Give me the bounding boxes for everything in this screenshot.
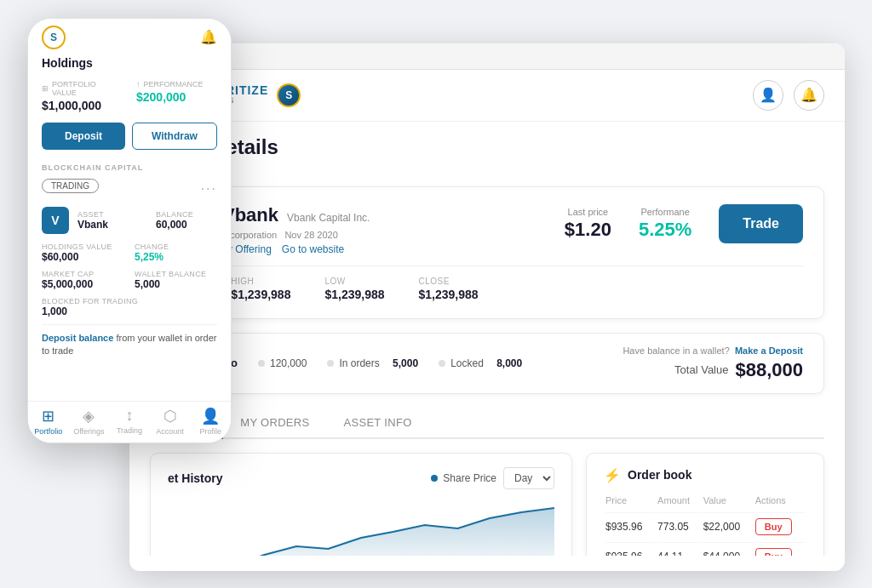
chart-controls: Share Price Day <box>431 467 554 489</box>
divider <box>42 324 217 325</box>
wallet-value: 5,000 <box>135 278 217 290</box>
deposit-hint-prefix: Deposit balance <box>42 333 113 343</box>
marketcap-label: MARKET CAP <box>42 270 124 278</box>
wallet-link[interactable]: Make a Deposit <box>735 345 803 356</box>
buy-button-1[interactable]: Buy <box>755 518 792 535</box>
col-price: Price <box>605 495 656 511</box>
buy-button-2[interactable]: Buy <box>755 548 792 556</box>
asset-col1-label: ASSET <box>77 210 139 219</box>
orders-value: 5,000 <box>393 357 418 369</box>
order-book-panel: ⚡ Order book Price Amount Value Actions <box>586 453 824 556</box>
header-icons: 👤 🔔 <box>753 80 824 111</box>
last-price-label: Last price <box>565 207 611 217</box>
phone-holdings-row: HOLDINGS VALUE $60,000 CHANGE 5,25% <box>42 243 217 263</box>
nav-trading[interactable]: ↕ Trading <box>109 407 150 436</box>
asset-header: V Vbank Vbank Capital Inc. Incorporation… <box>171 204 803 255</box>
high-stat: HIGH $1,239,988 <box>231 277 290 301</box>
browser-window: S SECURITIZE MARKETS S 👤 🔔 Asset Details… <box>129 43 845 571</box>
orders-label: In orders <box>339 357 379 369</box>
chart-legend: Share Price <box>431 472 496 484</box>
day-select[interactable]: Day <box>503 467 554 489</box>
performance-value: 5.25% <box>639 219 691 241</box>
phone-section-label: BLOCKCHAIN CAPITAL <box>42 163 217 172</box>
legend-label: Share Price <box>443 472 496 484</box>
offerings-nav-label: Offerings <box>73 427 104 436</box>
chart-panel: et History Share Price Day <box>150 453 572 556</box>
tab-my-orders[interactable]: MY ORDERS <box>223 408 326 439</box>
order-price-2: $935.96 <box>605 542 656 556</box>
low-value: $1,239,988 <box>324 288 384 301</box>
phone-blocked-row: BLOCKED FOR TRADING 1,000 <box>42 297 217 317</box>
portfolio-locked: Locked 8,000 <box>439 357 522 369</box>
portfolio-nav-label: Portfolio <box>34 427 62 436</box>
wallet-label: WALLET BALANCE <box>135 270 217 278</box>
account-nav-label: Account <box>156 427 184 436</box>
trade-button[interactable]: Trade <box>719 204 803 243</box>
phone-status-bar: S 🔔 <box>28 19 231 53</box>
high-value: $1,239,988 <box>231 288 290 301</box>
phone-bell-icon[interactable]: 🔔 <box>200 29 217 45</box>
page-title: Asset Details <box>150 135 824 159</box>
col-amount: Amount <box>657 495 702 511</box>
order-value-2: $44,000 <box>703 542 754 556</box>
change-label: CHANGE <box>135 243 217 251</box>
phone-section-title: Holdings <box>42 56 217 70</box>
logo-badge: S <box>277 83 301 107</box>
last-price-value: $1.20 <box>565 219 611 241</box>
blocked-value: 1,000 <box>42 305 217 317</box>
asset-company: Vbank Capital Inc. <box>287 212 370 224</box>
high-label: HIGH <box>231 277 290 286</box>
close-label: CLOSE <box>419 277 479 286</box>
phone-portfolio-value: $1,000,000 <box>42 99 123 112</box>
portfolio-items: 120,000 In orders 5,000 Locked 8,000 <box>258 357 602 369</box>
bell-icon[interactable]: 🔔 <box>794 80 824 111</box>
portfolio-balance: 120,000 <box>258 357 307 369</box>
three-dots[interactable]: ··· <box>201 181 217 197</box>
tabs: TRADE MY ORDERS ASSET INFO <box>150 408 824 439</box>
order-title: Order book <box>628 468 691 482</box>
nav-profile[interactable]: 👤 Profile <box>190 407 231 436</box>
phone-blocked-field: BLOCKED FOR TRADING 1,000 <box>42 297 217 317</box>
order-amount-1: 773.05 <box>657 512 702 540</box>
low-stat: LOW $1,239,988 <box>324 277 384 301</box>
tab-asset-info[interactable]: ASSET INFO <box>326 408 428 439</box>
close-stat: CLOSE $1,239,988 <box>419 277 479 301</box>
legend-dot <box>431 475 438 482</box>
phone-portfolio-label: ⊞ Portfolio Value <box>42 80 123 97</box>
marketcap-value: $5,000,000 <box>42 278 124 290</box>
phone-perf-value: $200,000 <box>136 90 217 104</box>
browser-chrome <box>129 43 845 70</box>
holdings-value: $60,000 <box>42 251 124 263</box>
nav-portfolio[interactable]: ⊞ Portfolio <box>28 407 69 436</box>
phone-withdraw-button[interactable]: Withdraw <box>132 123 217 150</box>
deposit-hint[interactable]: Deposit balance from your wallet in orde… <box>42 332 217 358</box>
phone-deposit-button[interactable]: Deposit <box>42 123 125 150</box>
order-amount-2: 44.11 <box>657 542 702 556</box>
user-icon[interactable]: 👤 <box>753 80 783 111</box>
locked-value: 8,000 <box>496 357 522 369</box>
phone-change-field: CHANGE 5,25% <box>135 243 217 263</box>
chart-title: et History <box>168 471 223 485</box>
phone-asset-info: ASSET Vbank BALANCE 60,000 <box>77 210 217 231</box>
phone-balance-field: BALANCE 60,000 <box>156 210 217 231</box>
total-value: $88,000 <box>735 359 803 381</box>
change-value: 5,25% <box>135 251 217 263</box>
col-actions: Actions <box>755 495 805 511</box>
website-link[interactable]: Go to website <box>282 243 344 255</box>
phone-nav: ⊞ Portfolio ◈ Offerings ↕ Trading ⬡ Acco… <box>28 401 231 442</box>
asset-name-section: Vbank Vbank Capital Inc. Incorporation N… <box>222 204 551 255</box>
nav-account[interactable]: ⬡ Account <box>150 407 191 436</box>
asset-col1-value: Vbank <box>77 219 139 231</box>
page-content: Asset Details ASSET CATALOG V Vbank Vban… <box>129 122 845 556</box>
performance-block: Performane 5.25% <box>639 207 691 241</box>
phone-asset-icon: V <box>42 207 69 234</box>
phone-stat-row: ⊞ Portfolio Value $1,000,000 ↑ Performan… <box>42 80 217 112</box>
balance-dot <box>258 360 265 367</box>
phone-wallet-field: WALLET BALANCE 5,000 <box>135 270 217 290</box>
bottom-panels: et History Share Price Day <box>150 453 824 556</box>
total-label: Total Value <box>674 363 728 376</box>
asset-links: Jy Offering Go to website <box>222 243 551 255</box>
phone-content: Holdings ⊞ Portfolio Value $1,000,000 ↑ … <box>28 53 231 391</box>
trading-tag: TRADING <box>42 179 99 193</box>
nav-offerings[interactable]: ◈ Offerings <box>69 407 110 436</box>
